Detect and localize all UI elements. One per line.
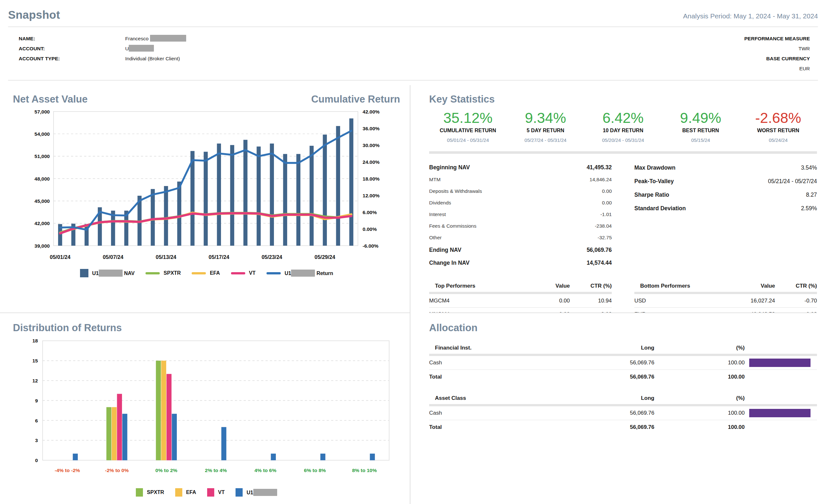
nav-table-value: 0.00 [602, 200, 612, 206]
vt-swatch-icon [231, 272, 245, 274]
nav-bar [177, 182, 181, 246]
account-meta-value: TWR [744, 44, 810, 54]
allocation-header: Financial Inst.Long(%) [429, 342, 817, 354]
nav-table-label: Ending NAV [429, 247, 461, 253]
allocation-total-long: 56,069.76 [548, 424, 654, 431]
legend-label: EFA [210, 270, 220, 276]
svg-text:0: 0 [35, 457, 38, 463]
risk-table-value: 8.27 [806, 192, 817, 198]
nav-bar [349, 118, 354, 246]
performers-row-item: MGCM40.0010.94 [429, 294, 612, 308]
redacted-text [253, 489, 277, 496]
nav-bar [243, 140, 247, 246]
risk-table-value: 2.59% [801, 205, 817, 212]
legend-label: EFA [186, 490, 196, 495]
performers-header: Top PerformersValueCTR (%) [429, 280, 612, 292]
performers-header-ctr: CTR (%) [570, 283, 612, 289]
allocation-tables: Financial Inst.Long(%)Cash56,069.76100.0… [429, 342, 817, 434]
nav-bar [283, 154, 287, 246]
allocation-total-pct: 100.00 [654, 374, 745, 380]
risk-table-row: Max Drawdown3.54% [634, 161, 817, 175]
allocation-header-pct: (%) [654, 395, 745, 401]
nav-bar [217, 143, 221, 246]
allocation-row-name: Cash [429, 360, 548, 366]
distribution-bar [172, 414, 177, 460]
stat-label: 5 DAY RETURN [507, 128, 584, 133]
svg-text:-4% to -2%: -4% to -2% [55, 467, 80, 473]
svg-text:18.00%: 18.00% [363, 176, 380, 182]
risk-table-row: Sharpe Ratio8.27 [634, 188, 817, 201]
key-statistics-title: Key Statistics [429, 93, 817, 105]
spxtr-swatch-icon [145, 272, 160, 274]
nav-bar [309, 146, 314, 246]
allocation-bar-cell [745, 359, 817, 367]
account-info-value: U [125, 44, 154, 54]
legend-item: VT [231, 270, 255, 276]
risk-table-value: 05/21/24 - 05/27/24 [768, 178, 817, 185]
svg-text:45,000: 45,000 [35, 198, 50, 204]
redacted-text [291, 269, 315, 277]
key-statistics-section: Key Statistics 35.12%CUMULATIVE RETURN05… [429, 85, 817, 312]
nav-table-row: Ending NAV56,069.76 [429, 244, 612, 256]
account-meta-label: BASE CURRENCY [744, 54, 810, 64]
svg-text:15: 15 [32, 358, 38, 363]
allocation-header-long: Long [548, 395, 654, 401]
stat-label: 10 DAY RETURN [584, 128, 662, 133]
svg-text:0.00%: 0.00% [363, 227, 377, 232]
distribution-bar [117, 394, 122, 460]
distribution-bar [320, 454, 325, 460]
nav-bar [203, 152, 208, 246]
distribution-bar [167, 374, 171, 460]
performers-row-item: USD16,027.24-0.70 [634, 294, 817, 308]
svg-text:42,000: 42,000 [35, 220, 50, 226]
account-info-value: Francesco [125, 34, 186, 44]
nav-section: Net Asset Value Cumulative Return 05/01/… [0, 85, 410, 312]
svg-text:-6.00%: -6.00% [363, 243, 378, 249]
svg-text:9: 9 [35, 398, 38, 403]
allocation-header-name: Asset Class [429, 395, 548, 401]
legend-item: VT [207, 488, 225, 497]
allocation-total-pct: 100.00 [654, 424, 745, 431]
nav-table-label: Dividends [429, 200, 451, 206]
performers-header-strip [429, 292, 612, 294]
legend-item: U1 [236, 488, 277, 497]
legend-label: SPXTR [164, 270, 181, 276]
stat-column: 9.49%BEST RETURN05/15/24 [662, 110, 739, 143]
account-info-label: NAME: [19, 34, 125, 44]
svg-text:6% to 8%: 6% to 8% [304, 467, 326, 473]
nav-detail-grid: Beginning NAV41,495.32MTM14,846.24Deposi… [429, 161, 817, 269]
distribution-bar [370, 454, 374, 460]
account-info-label: ACCOUNT TYPE: [19, 54, 125, 64]
allocation-total-label: Total [429, 374, 548, 380]
key-statistics-row: 35.12%CUMULATIVE RETURN05/01/24 - 05/31/… [429, 110, 817, 143]
nav-title: Net Asset Value [13, 93, 87, 105]
distribution-bar [161, 361, 166, 460]
stat-period: 05/01/24 - 05/31/24 [429, 137, 507, 143]
distribution-bar [107, 407, 111, 460]
allocation-total-label: Total [429, 424, 548, 431]
nav-bar [256, 146, 261, 245]
stat-period: 05/27/24 - 05/31/24 [507, 137, 584, 143]
risk-table-value: 3.54% [801, 165, 817, 171]
stat-column: 6.42%10 DAY RETURN05/20/24 - 05/31/24 [584, 110, 662, 143]
stat-value: 6.42% [584, 110, 662, 126]
svg-text:6.00%: 6.00% [363, 209, 377, 215]
account-info-label: ACCOUNT: [19, 44, 125, 54]
nav-bar [296, 154, 300, 246]
stat-value: 35.12% [429, 110, 507, 126]
nav-bar [270, 143, 274, 246]
svg-text:05/07/24: 05/07/24 [103, 254, 124, 260]
nav-table-value: -1.01 [600, 211, 612, 217]
nav-table-row: Dividends0.00 [429, 197, 612, 209]
account-info-left: NAME:Francesco ACCOUNT:UACCOUNT TYPE:Ind… [19, 34, 186, 75]
legend-item: SPXTR [136, 488, 164, 497]
nav-table-label: Fees & Commissions [429, 223, 476, 229]
performer-value: 16,027.24 [704, 298, 775, 304]
svg-text:05/23/24: 05/23/24 [262, 254, 283, 260]
svg-text:0% to 2%: 0% to 2% [156, 467, 177, 473]
performers-header-name: Bottom Performers [634, 283, 704, 289]
distribution-title: Distribution of Returns [13, 322, 400, 334]
account-info-value: Individual (Broker Client) [125, 54, 180, 64]
svg-text:12: 12 [32, 378, 38, 383]
distribution-y-labels: 0369121518 [32, 338, 38, 463]
